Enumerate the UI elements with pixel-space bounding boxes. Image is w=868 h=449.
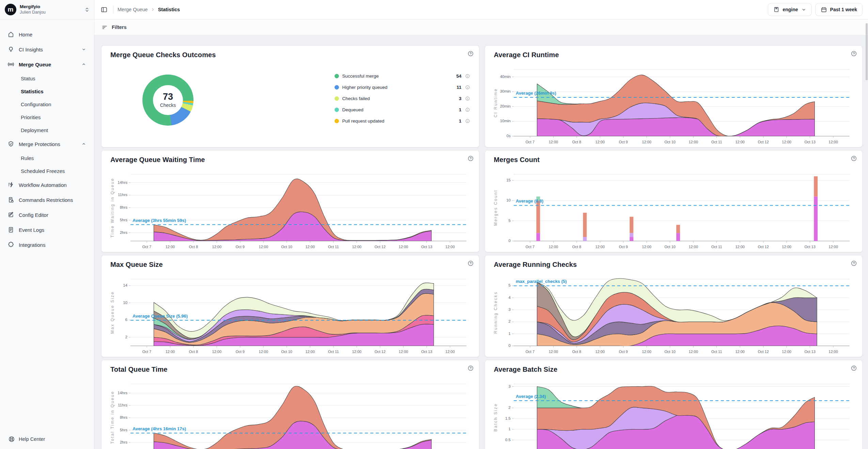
svg-text:14hrs: 14hrs <box>118 391 127 395</box>
filters-button[interactable]: Filters <box>112 25 127 30</box>
repository-icon <box>773 6 779 13</box>
legend-item-successful-merge[interactable]: Successful merge54 <box>335 71 470 81</box>
legend-item-checks-failed[interactable]: Checks failed3 <box>335 94 470 103</box>
sidebar-item-rules[interactable]: Rules <box>3 151 91 164</box>
chevron-down-icon <box>801 7 806 12</box>
date-range-label: Past 1 week <box>830 7 857 12</box>
donut-chart[interactable]: 73 Checks <box>142 75 193 126</box>
info-icon[interactable] <box>465 118 470 124</box>
bar-segment <box>583 237 587 241</box>
bar-segment <box>630 233 634 237</box>
legend-label: Pull request updated <box>342 118 455 124</box>
panel-icon <box>100 6 108 13</box>
sidebar-toggle-button[interactable] <box>99 5 109 15</box>
svg-text:5: 5 <box>509 219 511 223</box>
help-icon[interactable] <box>851 260 857 268</box>
info-icon[interactable] <box>465 74 470 79</box>
chart-queue-waiting[interactable]: 2hrs5hrs8hrs11hrs14hrsOct 712:00Oct 812:… <box>109 170 472 251</box>
chevron-right-icon <box>151 7 155 12</box>
svg-text:12:00: 12:00 <box>445 350 455 354</box>
sidebar-item-scheduled-freezes[interactable]: Scheduled Freezes <box>3 164 91 177</box>
svg-text:Oct 7: Oct 7 <box>526 245 534 249</box>
chart-merges-count[interactable]: 051015Oct 712:00Oct 812:00Oct 912:00Oct … <box>492 170 855 251</box>
svg-text:10min: 10min <box>500 119 511 123</box>
svg-text:2: 2 <box>125 335 127 339</box>
filter-icon <box>102 24 108 31</box>
org-user: Julien Danjou <box>20 10 46 15</box>
svg-text:12:00: 12:00 <box>642 245 652 249</box>
help-icon[interactable] <box>467 260 474 268</box>
chart-total-queue-time[interactable]: 2hrs5hrs8hrs11hrs14hrsOct 712:00Oct 812:… <box>109 379 472 449</box>
sidebar-item-commands-restrictions[interactable]: Commands Restrictions <box>3 192 91 207</box>
svg-text:Oct 11: Oct 11 <box>328 350 339 354</box>
sidebar-item-status[interactable]: Status <box>3 72 91 85</box>
doc-lock-icon <box>7 196 14 203</box>
legend-value: 11 <box>456 85 461 90</box>
sidebar-item-merge-queue[interactable]: Merge Queue <box>3 57 91 72</box>
date-range-button[interactable]: Past 1 week <box>815 3 863 16</box>
nav-label: Merge Protections <box>19 141 60 147</box>
help-icon[interactable] <box>467 50 474 58</box>
help-icon[interactable] <box>851 365 857 373</box>
sidebar-item-configuration[interactable]: Configuration <box>3 98 91 111</box>
legend-item-higher-priority-queued[interactable]: Higher priority queued11 <box>335 83 470 92</box>
legend-item-pull-request-updated[interactable]: Pull request updated1 <box>335 116 470 126</box>
sidebar-item-workflow-automation[interactable]: Workflow Automation <box>3 177 91 192</box>
nav-label: Event Logs <box>19 227 44 233</box>
repository-select[interactable]: engine <box>768 3 811 16</box>
card-merges-count: Merges Count051015Oct 712:00Oct 812:00Oc… <box>485 150 863 252</box>
legend-value: 54 <box>456 74 461 79</box>
chart-ci-runtime[interactable]: 0s10min20min30min40minOct 712:00Oct 812:… <box>492 65 855 146</box>
bar-segment <box>583 213 587 237</box>
sidebar-item-priorities[interactable]: Priorities <box>3 111 91 124</box>
help-icon[interactable] <box>851 155 857 163</box>
help-center[interactable]: Help Center <box>0 429 94 449</box>
scrollbar-thumb[interactable] <box>866 23 868 80</box>
svg-text:12:00: 12:00 <box>445 245 455 249</box>
help-icon[interactable] <box>467 155 474 163</box>
sidebar-item-statistics[interactable]: Statistics <box>3 85 91 98</box>
info-icon[interactable] <box>465 96 470 101</box>
info-icon[interactable] <box>465 85 470 90</box>
svg-text:3: 3 <box>509 384 511 388</box>
svg-text:Oct 13: Oct 13 <box>805 350 816 354</box>
svg-text:6: 6 <box>125 318 127 322</box>
donut-center-value: 73 <box>163 92 173 102</box>
sidebar-item-ci-insights[interactable]: CI Insights <box>3 42 91 57</box>
legend-item-dequeued[interactable]: Dequeued1 <box>335 105 470 115</box>
info-icon[interactable] <box>465 107 470 112</box>
sidebar-item-event-logs[interactable]: Event Logs <box>3 222 91 237</box>
breadcrumb-statistics: Statistics <box>158 7 180 12</box>
help-icon[interactable] <box>851 50 857 58</box>
nav-label: Deployment <box>21 127 48 133</box>
sidebar-item-deployment[interactable]: Deployment <box>3 124 91 137</box>
svg-text:Oct 9: Oct 9 <box>235 245 244 249</box>
y-axis-title: Max Queue Size <box>110 291 115 334</box>
svg-text:12:00: 12:00 <box>642 140 652 144</box>
chart-area: 261014Oct 712:00Oct 812:00Oct 912:00Oct … <box>108 269 472 355</box>
svg-text:Oct 8: Oct 8 <box>189 350 198 354</box>
lifebuoy-icon <box>8 436 15 443</box>
help-icon[interactable] <box>467 365 474 373</box>
legend-label: Successful merge <box>342 74 453 79</box>
chart-running-checks[interactable]: 012345Oct 712:00Oct 812:00Oct 912:00Oct … <box>492 274 855 355</box>
chart-max-queue-size[interactable]: 261014Oct 712:00Oct 812:00Oct 912:00Oct … <box>109 274 472 355</box>
card-title: Average Batch Size <box>494 366 856 373</box>
average-label: Average (26min 9s) <box>516 91 556 96</box>
svg-text:12:00: 12:00 <box>689 140 698 144</box>
y-axis-title: Total Time in Queue <box>110 391 115 444</box>
breadcrumb-merge-queue[interactable]: Merge Queue <box>118 7 148 12</box>
bar-segment <box>537 233 540 241</box>
svg-text:2hrs: 2hrs <box>120 440 127 444</box>
sidebar-item-merge-protections[interactable]: Merge Protections <box>3 137 91 151</box>
chart-batch-size[interactable]: 00.511.523Oct 712:00Oct 812:00Oct 912:00… <box>492 379 855 449</box>
org-switcher[interactable]: m Mergifyio Julien Danjou <box>0 0 94 19</box>
sidebar-item-home[interactable]: Home <box>3 27 91 42</box>
svg-text:Oct 8: Oct 8 <box>572 245 581 249</box>
org-avatar: m <box>5 4 16 15</box>
svg-text:Oct 7: Oct 7 <box>142 350 151 354</box>
updown-icon <box>84 7 90 13</box>
svg-text:12:00: 12:00 <box>782 350 792 354</box>
sidebar-item-integrations[interactable]: Integrations <box>3 237 91 252</box>
sidebar-item-config-editor[interactable]: Config Editor <box>3 207 91 222</box>
